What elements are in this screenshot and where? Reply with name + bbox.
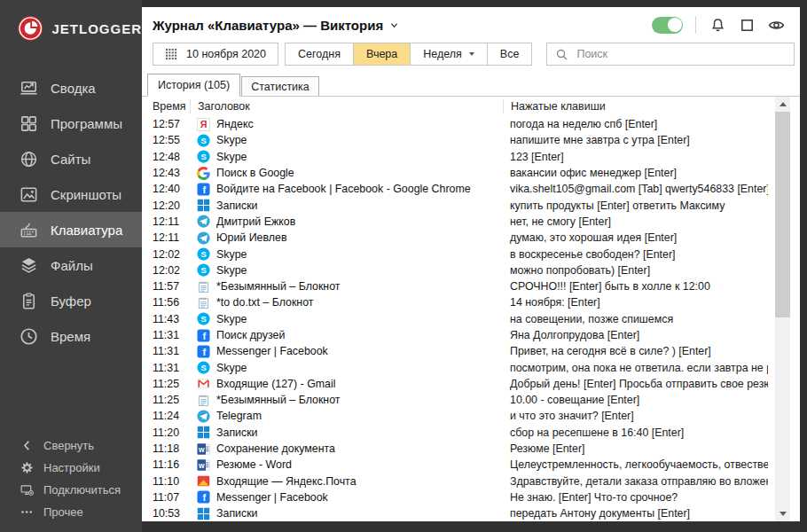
table-row[interactable]: 11:18Сохранение документаРезюме [Enter] bbox=[142, 441, 800, 457]
table-row[interactable]: 12:57Яндекспогода на неделю спб [Enter] bbox=[142, 116, 800, 132]
date-picker-button[interactable]: 10 ноября 2020 bbox=[153, 43, 278, 66]
sidebar-item-summary[interactable]: Сводка bbox=[0, 70, 142, 106]
table-row[interactable]: 12:20Запискикупить продукты [Enter] отве… bbox=[142, 197, 800, 213]
row-title-text: *to do.txt – Блокнот bbox=[216, 296, 314, 309]
range-button-group: СегодняВчераНеделяВсе bbox=[286, 43, 532, 66]
row-title: Skype bbox=[190, 361, 503, 374]
range-button-week[interactable]: Неделя bbox=[410, 43, 488, 66]
row-title: *Безымянный – Блокнот bbox=[190, 394, 503, 407]
page-title[interactable]: Журнал «Клавиатура» — Виктория bbox=[153, 18, 399, 33]
sidebar-footer-collapse[interactable]: Свернуть bbox=[0, 434, 142, 457]
more-icon bbox=[20, 505, 35, 520]
sidebar-item-files[interactable]: Файлы bbox=[0, 247, 142, 283]
table-row[interactable]: 12:02Skypeможно попробовать) [Enter] bbox=[142, 262, 800, 278]
sidebar: JETLOGGER СводкаПрограммыСайтыСкриншотыК… bbox=[0, 0, 142, 532]
vertical-scrollbar[interactable] bbox=[775, 97, 790, 521]
row-time: 12:20 bbox=[142, 200, 190, 212]
range-button-all[interactable]: Все bbox=[487, 43, 533, 66]
table-row[interactable]: 12:11Юрий Иевлевдумаю, это хорошая идея … bbox=[142, 230, 800, 246]
row-keys: Привет, на сегодня всё в силе? ) [Enter] bbox=[503, 345, 768, 357]
tab-statistics[interactable]: Статистика bbox=[241, 76, 319, 97]
table-row[interactable]: 12:43Поиск в Googleвакансии офис менедже… bbox=[142, 165, 800, 181]
row-title-text: Skype bbox=[216, 134, 247, 146]
table-row[interactable]: 11:20Запискисбор на ресепшене в 16:40 [E… bbox=[142, 425, 800, 441]
row-keys: сбор на ресепшене в 16:40 [Enter] bbox=[503, 426, 768, 439]
sidebar-item-sites[interactable]: Сайты bbox=[0, 141, 142, 176]
table-row[interactable]: 12:48Skype123 [Enter] bbox=[142, 149, 800, 165]
skype-icon bbox=[197, 312, 210, 325]
sidebar-item-clipboard[interactable]: Буфер bbox=[0, 283, 142, 318]
scrollbar-thumb[interactable] bbox=[775, 112, 790, 317]
table-row[interactable]: 11:10Входящие — Яндекс.ПочтаЗдравствуйте… bbox=[142, 473, 800, 489]
row-time: 11:07 bbox=[142, 491, 190, 504]
row-time: 11:10 bbox=[142, 475, 190, 488]
table-row[interactable]: 10:53Запискипередать Антону документы [E… bbox=[142, 505, 800, 521]
row-title-text: Записки bbox=[216, 200, 258, 212]
scroll-up-button[interactable] bbox=[775, 97, 790, 112]
logging-toggle[interactable] bbox=[652, 17, 683, 34]
row-time: 12:11 bbox=[142, 215, 190, 228]
table-row[interactable]: 11:31Messenger | FacebookПривет, на сего… bbox=[142, 343, 800, 359]
bell-icon[interactable] bbox=[709, 16, 727, 35]
tab-strip: История (105)Статистика bbox=[142, 74, 800, 97]
yandex-icon bbox=[197, 118, 210, 131]
range-button-label: Вчера bbox=[366, 48, 397, 60]
table-row[interactable]: 11:31Поиск друзейЯна Долгопрудова [Enter… bbox=[142, 327, 800, 343]
row-title: Записки bbox=[190, 426, 503, 439]
table-row[interactable]: 12:55Skypeнапишите мне завтра с утра [En… bbox=[142, 132, 800, 148]
titlebar-controls bbox=[652, 16, 786, 35]
row-title: Яндекс bbox=[190, 118, 503, 131]
row-time: 11:24 bbox=[142, 410, 190, 422]
range-button-today[interactable]: Сегодня bbox=[285, 43, 354, 66]
range-button-yesterday[interactable]: Вчера bbox=[353, 43, 411, 66]
sidebar-item-screenshots[interactable]: Скриншоты bbox=[0, 176, 142, 212]
column-header-keys[interactable]: Нажатые клавиши bbox=[503, 99, 768, 113]
range-button-label: Сегодня bbox=[298, 48, 341, 60]
row-title: Skype bbox=[190, 312, 503, 325]
window-icon[interactable] bbox=[738, 16, 756, 35]
notepad-icon bbox=[197, 394, 210, 407]
row-keys: погода на неделю спб [Enter] bbox=[503, 118, 768, 130]
eye-icon[interactable] bbox=[767, 16, 786, 35]
table-row[interactable]: 11:25Входящие (127) - GmailДобрый день! … bbox=[142, 376, 800, 392]
scroll-down-button[interactable] bbox=[775, 506, 790, 521]
table-row[interactable]: 11:24Telegramи что это значит? [Enter] bbox=[142, 408, 800, 424]
table-row[interactable]: 11:16Резюме - WordЦелеустремленность, ле… bbox=[142, 457, 800, 473]
row-title: Юрий Иевлев bbox=[190, 231, 503, 245]
google-icon bbox=[197, 167, 210, 180]
notes-icon bbox=[197, 199, 210, 212]
row-time: 11:43 bbox=[142, 313, 190, 325]
table-row[interactable]: 11:43Skypeна совещении, позже спишемся bbox=[142, 311, 800, 327]
row-keys: 123 [Enter] bbox=[503, 151, 768, 163]
sidebar-item-programs[interactable]: Программы bbox=[0, 106, 142, 141]
table-row[interactable]: 12:11Дмитрий Ежковнет, не смогу [Enter] bbox=[142, 214, 800, 230]
row-title: Войдите на Facebook | Facebook - Google … bbox=[190, 183, 503, 196]
table-row[interactable]: 12:40Войдите на Facebook | Facebook - Go… bbox=[142, 181, 800, 197]
column-header-time[interactable]: Время bbox=[142, 99, 190, 113]
row-title-text: Skype bbox=[216, 362, 247, 374]
row-title-text: Записки bbox=[216, 426, 258, 439]
sidebar-footer-more[interactable]: Прочее bbox=[0, 501, 142, 523]
search-input[interactable] bbox=[575, 47, 786, 61]
row-title-text: Telegram bbox=[216, 410, 262, 422]
table-row[interactable]: 11:57*Безымянный – БлокнотСРОЧНО!!! [Ent… bbox=[142, 278, 800, 294]
yamail-icon bbox=[197, 474, 210, 488]
notes-icon bbox=[197, 507, 210, 520]
sidebar-footer-connect[interactable]: Подключиться bbox=[0, 479, 142, 501]
sidebar-item-label: Скриншоты bbox=[51, 187, 121, 202]
tab-history[interactable]: История (105) bbox=[147, 74, 240, 97]
table-row[interactable]: 11:07Messenger | FacebookНе знаю. [Enter… bbox=[142, 489, 800, 505]
table-row[interactable]: 11:56*to do.txt – Блокнот14 ноября: [Ent… bbox=[142, 294, 800, 310]
table-row[interactable]: 11:31Skypeпосмотрим, она пока не ответил… bbox=[142, 359, 800, 375]
sidebar-item-keyboard[interactable]: Клавиатура bbox=[0, 212, 142, 247]
row-keys: можно попробовать) [Enter] bbox=[503, 264, 768, 277]
row-keys: Добрый день! [Enter] Просьба отправить с… bbox=[503, 378, 768, 390]
notepad-icon bbox=[197, 280, 210, 293]
row-title-text: Юрий Иевлев bbox=[216, 231, 287, 244]
table-row[interactable]: 11:25*Безымянный – Блокнот10.00 - совеща… bbox=[142, 392, 800, 408]
divider bbox=[695, 16, 696, 34]
sidebar-footer-settings[interactable]: Настройки bbox=[0, 457, 142, 479]
column-header-title[interactable]: Заголовок bbox=[190, 99, 503, 113]
table-row[interactable]: 12:02Skypeв воскресенье свободен? [Enter… bbox=[142, 246, 800, 262]
sidebar-item-time[interactable]: Время bbox=[0, 318, 142, 354]
